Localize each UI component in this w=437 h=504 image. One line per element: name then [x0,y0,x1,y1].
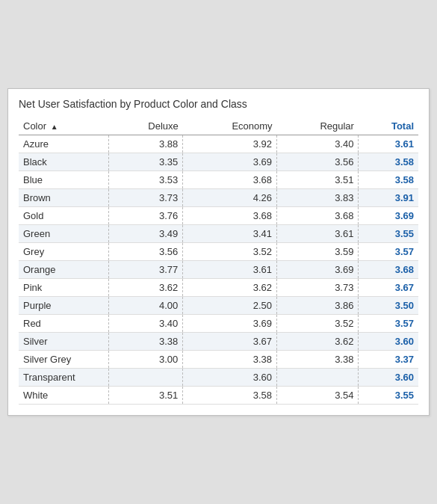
cell-regular: 3.68 [277,207,359,225]
cell-deluxe: 3.88 [108,135,183,153]
cell-economy: 3.68 [183,207,277,225]
cell-total: 3.57 [359,315,418,333]
cell-color: Purple [19,297,108,315]
cell-economy: 3.38 [183,351,277,369]
cell-color: Red [19,315,108,333]
table-row: Gold3.763.683.683.69 [19,207,418,225]
cell-total: 3.55 [359,387,418,405]
cell-economy: 3.62 [183,279,277,297]
cell-color: Silver [19,333,108,351]
cell-regular: 3.69 [277,261,359,279]
cell-color: Orange [19,261,108,279]
cell-deluxe: 3.40 [108,315,183,333]
cell-regular: 3.38 [277,351,359,369]
table-row: Blue3.533.683.513.58 [19,171,418,189]
cell-regular: 3.61 [277,225,359,243]
cell-deluxe: 3.53 [108,171,183,189]
cell-regular: 3.56 [277,153,359,171]
cell-regular: 3.40 [277,135,359,153]
cell-deluxe: 3.38 [108,333,183,351]
cell-economy: 3.69 [183,153,277,171]
cell-deluxe [108,369,183,387]
cell-economy: 3.60 [183,369,277,387]
cell-economy: 4.26 [183,189,277,207]
table-row: Transparent3.603.60 [19,369,418,387]
cell-regular: 3.51 [277,171,359,189]
cell-economy: 3.68 [183,171,277,189]
sort-arrow-icon: ▲ [51,123,58,131]
table-row: Red3.403.693.523.57 [19,315,418,333]
table-row: Pink3.623.623.733.67 [19,279,418,297]
cell-economy: 3.69 [183,315,277,333]
cell-economy: 3.92 [183,135,277,153]
card: Net User Satisfaction by Product Color a… [7,88,430,416]
table-row: Azure3.883.923.403.61 [19,135,418,153]
cell-total: 3.50 [359,297,418,315]
cell-deluxe: 3.73 [108,189,183,207]
chart-title: Net User Satisfaction by Product Color a… [19,98,418,110]
cell-color: Silver Grey [19,351,108,369]
table-row: Brown3.734.263.833.91 [19,189,418,207]
cell-color: Azure [19,135,108,153]
cell-color: Blue [19,171,108,189]
cell-deluxe: 3.00 [108,351,183,369]
cell-economy: 3.58 [183,387,277,405]
cell-economy: 3.52 [183,243,277,261]
table-header-row: Color ▲ Deluxe Economy Regular Total [19,117,418,135]
table-row: Purple4.002.503.863.50 [19,297,418,315]
cell-regular: 3.86 [277,297,359,315]
cell-economy: 3.67 [183,333,277,351]
table-row: Grey3.563.523.593.57 [19,243,418,261]
cell-total: 3.37 [359,351,418,369]
cell-total: 3.57 [359,243,418,261]
cell-total: 3.60 [359,333,418,351]
cell-deluxe: 3.49 [108,225,183,243]
cell-deluxe: 3.76 [108,207,183,225]
table-row: Black3.353.693.563.58 [19,153,418,171]
header-economy[interactable]: Economy [183,117,277,135]
cell-deluxe: 3.77 [108,261,183,279]
table-row: Orange3.773.613.693.68 [19,261,418,279]
cell-total: 3.60 [359,369,418,387]
cell-total: 3.69 [359,207,418,225]
cell-color: Black [19,153,108,171]
cell-total: 3.55 [359,225,418,243]
cell-color: Grey [19,243,108,261]
cell-color: Gold [19,207,108,225]
cell-economy: 3.41 [183,225,277,243]
table-row: Silver3.383.673.623.60 [19,333,418,351]
header-deluxe[interactable]: Deluxe [108,117,183,135]
header-total[interactable]: Total [359,117,418,135]
table-body: Azure3.883.923.403.61Black3.353.693.563.… [19,135,418,405]
cell-color: Green [19,225,108,243]
table-row: White3.513.583.543.55 [19,387,418,405]
cell-regular: 3.59 [277,243,359,261]
cell-deluxe: 4.00 [108,297,183,315]
cell-color: White [19,387,108,405]
cell-color: Transparent [19,369,108,387]
cell-deluxe: 3.35 [108,153,183,171]
cell-color: Pink [19,279,108,297]
header-color[interactable]: Color ▲ [19,117,108,135]
cell-total: 3.67 [359,279,418,297]
header-regular[interactable]: Regular [277,117,359,135]
cell-total: 3.58 [359,171,418,189]
data-table: Color ▲ Deluxe Economy Regular Total Azu… [19,117,418,405]
table-row: Silver Grey3.003.383.383.37 [19,351,418,369]
cell-economy: 3.61 [183,261,277,279]
cell-regular: 3.73 [277,279,359,297]
cell-total: 3.91 [359,189,418,207]
cell-regular: 3.52 [277,315,359,333]
cell-regular [277,369,359,387]
cell-economy: 2.50 [183,297,277,315]
cell-deluxe: 3.62 [108,279,183,297]
cell-total: 3.61 [359,135,418,153]
cell-regular: 3.54 [277,387,359,405]
cell-deluxe: 3.51 [108,387,183,405]
table-row: Green3.493.413.613.55 [19,225,418,243]
cell-regular: 3.83 [277,189,359,207]
cell-regular: 3.62 [277,333,359,351]
cell-color: Brown [19,189,108,207]
cell-deluxe: 3.56 [108,243,183,261]
cell-total: 3.58 [359,153,418,171]
